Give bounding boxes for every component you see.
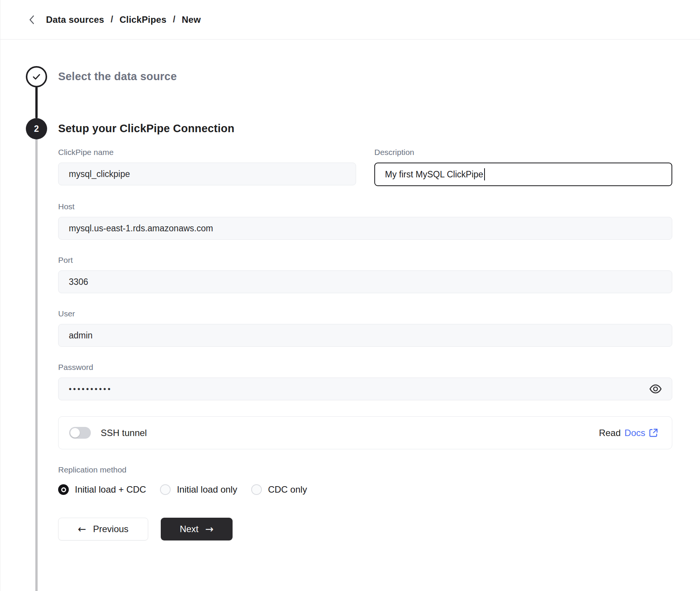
host-label: Host: [58, 202, 672, 211]
breadcrumb: Data sources / ClickPipes / New: [46, 14, 201, 25]
header-bar: Data sources / ClickPipes / New: [0, 0, 700, 40]
replication-method-label: Replication method: [58, 465, 672, 474]
breadcrumb-item-clickpipes[interactable]: ClickPipes: [120, 14, 166, 25]
arrow-left-icon: ←: [78, 524, 86, 534]
description-label: Description: [374, 148, 672, 157]
ssh-tunnel-label: SSH tunnel: [101, 428, 147, 438]
wizard-actions: ← Previous Next →: [58, 518, 672, 540]
user-label: User: [58, 309, 672, 318]
radio-unselected-icon: [160, 484, 171, 495]
radio-initial-load-cdc[interactable]: Initial load + CDC: [58, 484, 146, 495]
next-button-label: Next: [180, 524, 198, 534]
description-input[interactable]: My first MySQL ClickPipe: [374, 163, 672, 186]
host-input[interactable]: [58, 217, 672, 240]
docs-link-label: Docs: [624, 428, 645, 438]
step-2-indicator: 2: [26, 118, 47, 139]
clickpipe-name-label: ClickPipe name: [58, 148, 356, 157]
breadcrumb-separator: /: [111, 14, 113, 25]
ssh-tunnel-toggle[interactable]: [69, 427, 91, 439]
read-text: Read: [599, 428, 621, 438]
back-button[interactable]: [24, 12, 39, 27]
previous-button[interactable]: ← Previous: [58, 518, 148, 540]
radio-unselected-icon: [251, 484, 262, 495]
stepper-connector-completed: [35, 87, 38, 119]
step-1-title: Select the data source: [58, 70, 177, 83]
chevron-left-icon: [29, 15, 35, 25]
docs-link[interactable]: Docs: [624, 428, 658, 438]
password-input[interactable]: [58, 378, 672, 400]
stepper-connector-pending: [35, 139, 38, 591]
ssh-tunnel-card: SSH tunnel Read Docs: [58, 416, 672, 449]
clickpipe-name-input[interactable]: [58, 163, 356, 185]
radio-cdc-only[interactable]: CDC only: [251, 484, 307, 495]
port-label: Port: [58, 256, 672, 265]
breadcrumb-separator: /: [173, 14, 175, 25]
radio-initial-load-only[interactable]: Initial load only: [160, 484, 237, 495]
password-label: Password: [58, 363, 672, 372]
radio-label: Initial load + CDC: [75, 484, 146, 495]
description-value: My first MySQL ClickPipe: [385, 169, 483, 180]
step-2-number: 2: [34, 124, 39, 134]
replication-method-group: Initial load + CDC Initial load only CDC…: [58, 484, 672, 495]
user-input[interactable]: [58, 324, 672, 347]
check-icon: [32, 73, 41, 81]
next-button[interactable]: Next →: [161, 518, 233, 540]
previous-button-label: Previous: [93, 524, 128, 534]
breadcrumb-item-data-sources[interactable]: Data sources: [46, 14, 104, 25]
text-caret: [484, 168, 485, 180]
toggle-password-visibility-button[interactable]: [647, 381, 664, 397]
port-input[interactable]: [58, 270, 672, 293]
toggle-knob: [70, 428, 80, 438]
eye-icon: [649, 384, 662, 394]
radio-label: Initial load only: [177, 484, 237, 495]
radio-selected-icon: [58, 484, 69, 495]
step-1-indicator[interactable]: [26, 66, 47, 87]
breadcrumb-item-new: New: [182, 14, 201, 25]
arrow-right-icon: →: [205, 524, 214, 534]
step-2-title: Setup your ClickPipe Connection: [58, 122, 672, 135]
external-link-icon: [649, 428, 658, 438]
radio-label: CDC only: [268, 484, 307, 495]
step-2-panel: Setup your ClickPipe Connection ClickPip…: [58, 122, 672, 540]
